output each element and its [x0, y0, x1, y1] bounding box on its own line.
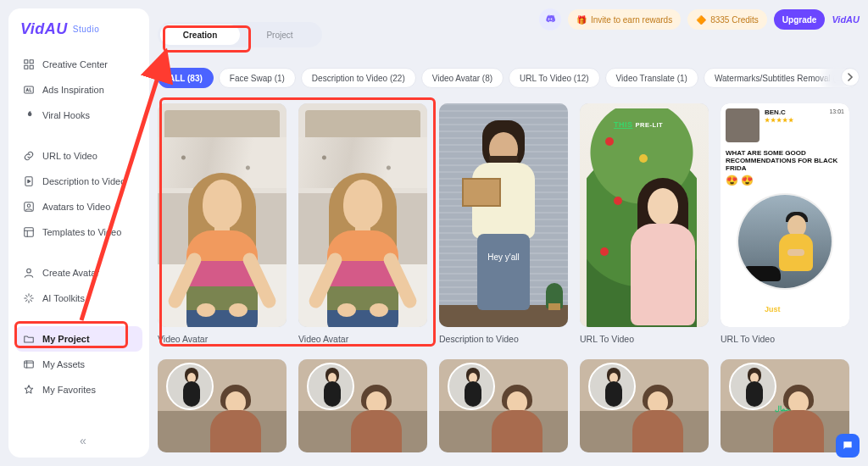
card-caption: Video Avatar: [298, 334, 427, 344]
sidebar-item-label: My Assets: [42, 359, 85, 369]
tab-project[interactable]: Project: [240, 25, 320, 45]
sidebar-item-my-assets[interactable]: My Assets: [15, 352, 142, 377]
card-question: WHAT ARE SOME GOOD RECOMMENDATIONS FOR B…: [721, 147, 849, 175]
filter-chip[interactable]: Description to Video (22): [301, 68, 416, 88]
assets-icon: [22, 358, 36, 371]
tabs: Creation Project: [158, 22, 322, 47]
card-overlay-text: Hey y'all: [439, 252, 568, 262]
filter-chip[interactable]: Watermarks/Subtitles Removal (21): [704, 68, 859, 88]
svg-rect-3: [30, 65, 33, 69]
project-card[interactable]: Hey y'all Description to Video: [439, 103, 568, 344]
sidebar-item-description-to-video[interactable]: Description to Video: [15, 169, 142, 194]
svg-point-9: [27, 269, 31, 273]
sidebar-item-label: URL to Video: [42, 151, 97, 161]
filter-chip[interactable]: Video Avatar (8): [421, 68, 504, 88]
sidebar-item-label: Creative Center: [42, 59, 108, 69]
sidebar-item-label: Ads Inspiration: [42, 85, 104, 95]
avatar-icon: [22, 266, 36, 280]
svg-rect-1: [30, 60, 33, 64]
card-caption: URL To Video: [721, 334, 849, 344]
sidebar-item-label: Create Avatar: [42, 268, 99, 278]
filter-bar: ALL (83)Face Swap (1)Description to Vide…: [158, 66, 860, 90]
doc-play-icon: [22, 175, 36, 188]
folder-icon: [22, 332, 36, 346]
project-card[interactable]: [158, 359, 287, 452]
sidebar-item-my-favorites[interactable]: My Favorites: [15, 377, 142, 402]
svg-rect-2: [25, 65, 28, 69]
project-card[interactable]: ها الجمال: [721, 359, 849, 452]
project-card[interactable]: THIS PRE-LIT URL To Video: [580, 103, 709, 344]
sidebar-item-templates-to-video[interactable]: Templates to Video: [15, 219, 142, 245]
project-card[interactable]: [298, 359, 427, 452]
project-card[interactable]: Video Avatar: [298, 103, 427, 344]
template-icon: [22, 225, 36, 239]
svg-rect-10: [25, 361, 34, 368]
user-box-icon: [22, 200, 36, 214]
sidebar-item-label: Avatars to Video: [42, 202, 110, 212]
project-card[interactable]: [439, 359, 568, 452]
sidebar-item-ads-inspiration[interactable]: Ads Inspiration: [15, 77, 142, 103]
project-card[interactable]: BEN.C ★★★★★ 13:01 WHAT ARE SOME GOOD REC…: [721, 103, 849, 344]
sidebar-item-label: My Favorites: [42, 385, 96, 395]
svg-point-7: [27, 204, 31, 208]
project-card[interactable]: [580, 359, 709, 452]
grid-icon: [22, 58, 36, 71]
brand-sub: Studio: [73, 25, 99, 34]
project-card[interactable]: Video Avatar: [158, 103, 287, 344]
chat-fab[interactable]: [836, 434, 860, 458]
sidebar: VidAU Studio Creative CenterAds Inspirat…: [8, 8, 149, 458]
sidebar-item-label: My Project: [42, 334, 90, 344]
card-badge: THIS PRE-LIT: [614, 120, 663, 129]
sidebar-item-label: Viral Hooks: [42, 110, 90, 120]
sidebar-item-label: AI Toolkits: [42, 293, 85, 303]
svg-rect-4: [25, 86, 34, 93]
svg-rect-0: [25, 60, 28, 64]
svg-rect-8: [25, 228, 34, 237]
filter-chip[interactable]: ALL (83): [158, 68, 214, 88]
tab-creation[interactable]: Creation: [160, 25, 240, 45]
link-icon: [22, 149, 36, 163]
sidebar-item-label: Description to Video: [42, 176, 125, 186]
card-overlay-text: Just got my: [721, 305, 849, 313]
flame-icon: [22, 108, 36, 122]
scroll-right-button[interactable]: [841, 68, 860, 86]
sidebar-item-ai-toolkits[interactable]: AI Toolkits: [15, 286, 142, 311]
card-caption: URL To Video: [580, 334, 709, 344]
sidebar-item-avatars-to-video[interactable]: Avatars to Video: [15, 194, 142, 219]
card-caption: Video Avatar: [158, 334, 287, 344]
sidebar-item-creative-center[interactable]: Creative Center: [15, 52, 142, 77]
star-rating: ★★★★★: [765, 117, 824, 124]
sidebar-item-label: Templates to Video: [42, 227, 121, 237]
main-content: Creation Project ALL (83)Face Swap (1)De…: [158, 22, 860, 466]
brand-logo: VidAU: [20, 20, 68, 38]
sidebar-item-create-avatar[interactable]: Create Avatar: [15, 260, 142, 286]
emoji-row: 😍 😍: [721, 175, 849, 186]
spark-icon: [22, 291, 36, 305]
ad-icon: [22, 83, 36, 97]
sidebar-item-url-to-video[interactable]: URL to Video: [15, 143, 142, 169]
filter-chip[interactable]: URL To Video (12): [509, 68, 600, 88]
filter-chip[interactable]: Face Swap (1): [219, 68, 296, 88]
card-caption: Description to Video: [439, 334, 568, 344]
collapse-sidebar[interactable]: «: [80, 434, 86, 447]
filter-chip[interactable]: Video Translate (1): [605, 68, 698, 88]
sidebar-item-viral-hooks[interactable]: Viral Hooks: [15, 103, 142, 128]
sidebar-item-my-project[interactable]: My Project: [15, 326, 142, 352]
star-icon: [22, 383, 36, 397]
